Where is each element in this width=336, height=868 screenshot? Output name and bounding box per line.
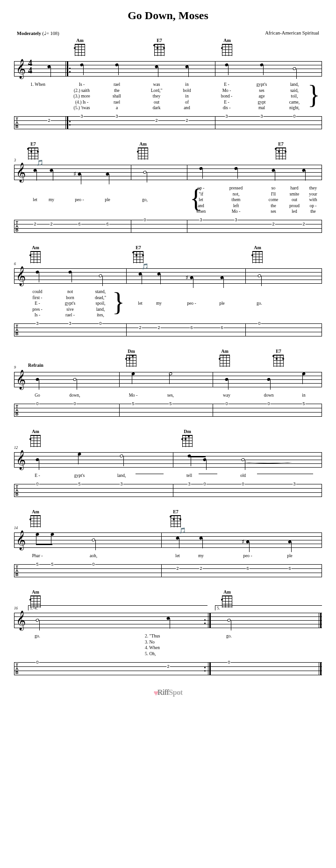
repeat-start-icon: [69, 66, 71, 74]
tablature: TAB 0 5 3 3 0 0 3: [14, 482, 322, 501]
system-5: Am Dm 12 𝄞: [14, 429, 322, 501]
brace-icon: }: [112, 289, 125, 315]
time-signature: 44: [28, 59, 32, 74]
chord-Am: Am: [30, 509, 41, 527]
repeat-end-icon: [204, 617, 206, 626]
staff: 14 𝄞 🎵 ♯: [14, 531, 322, 552]
treble-clef-icon: 𝄞: [16, 265, 26, 287]
chord-E7: E7: [276, 141, 286, 160]
lyrics: 1. When Is - rael was in E - gypt's land…: [14, 82, 322, 112]
sheet-music-page: Go Down, Moses Moderately (♩= 108) Afric…: [0, 0, 336, 702]
chord-Am: Am: [252, 245, 263, 263]
lyrics: E - gypt's land, tell old: [14, 473, 322, 479]
chord-Am: Am: [222, 38, 232, 56]
tab-clef-icon: TAB: [15, 324, 19, 336]
treble-clef-icon: 𝄞: [16, 58, 26, 79]
tablature: TAB 2 2 6 6 0 3 3 2 2: [14, 218, 322, 237]
tablature: TAB 3 3 0 2 2 6 6 0: [14, 322, 322, 340]
staff: 16 1.-4. 5. 𝄞: [14, 611, 322, 632]
staff: 𝄞 44: [14, 59, 322, 81]
tab-clef-icon: TAB: [15, 221, 19, 232]
chord-Dm: Dm: [182, 429, 193, 447]
brace-icon: }: [307, 82, 320, 108]
system-4: Refrain Dm Am E7 9 𝄞: [14, 349, 322, 420]
tab-clef-icon: TAB: [15, 405, 19, 416]
tempo-marking: Moderately (♩= 108): [17, 30, 59, 36]
lyrics: go. 2. "Thus go. 3. No 4. When 5. Oh,: [14, 633, 322, 658]
staff: 9 𝄞: [14, 370, 322, 392]
system-6: Am E7 14 𝄞 🎵 ♯: [14, 509, 322, 581]
lyrics: op - pressed so hard they "if not, I'll …: [14, 185, 322, 215]
watermark: ♥RiffSpot: [14, 687, 322, 697]
chord-Dm: Dm: [126, 349, 136, 367]
composer: African-American Spiritual: [265, 30, 319, 36]
song-title: Go Down, Moses: [14, 9, 322, 22]
chord-Am: Am: [75, 38, 85, 56]
heart-icon: ♥: [154, 688, 158, 698]
brace-icon: {: [190, 185, 202, 211]
volta-5: 5.: [215, 605, 322, 610]
lyrics: could not stand, first - born dead," E -…: [14, 289, 322, 319]
chord-Am: Am: [138, 141, 148, 160]
section-refrain: Refrain: [28, 363, 43, 368]
lyrics: Go down, Mo - ses, way down in: [14, 392, 322, 399]
tab-clef-icon: TAB: [15, 117, 19, 128]
tablature: TAB 2 3 3 2 2 3 3 0: [14, 114, 322, 133]
staff: 3 𝄞 🎵 ♯: [14, 163, 322, 184]
staff: 6 𝄞 🎵 ♯: [14, 266, 322, 288]
chord-E7: E7: [28, 141, 38, 160]
volta-1-4: 1.-4.: [28, 605, 207, 610]
header-row: Moderately (♩= 108) African-American Spi…: [14, 30, 322, 36]
chord-E7: E7: [133, 245, 143, 263]
tab-clef-icon: TAB: [15, 663, 19, 674]
system-7: Am Am 16 1.-4. 5. 𝄞: [14, 589, 322, 679]
chord-E7: E7: [273, 349, 284, 367]
tablature: TAB 0 0 5 5 0 0 5: [14, 402, 322, 420]
chord-Am: Am: [30, 245, 41, 263]
treble-clef-icon: 𝄞: [16, 369, 26, 390]
system-3: Am E7 Am 6 𝄞 🎵 ♯: [14, 245, 322, 340]
tab-clef-icon: TAB: [15, 485, 19, 496]
chord-Am: Am: [220, 349, 230, 367]
chord-E7: E7: [171, 509, 181, 527]
chord-E7: E7: [154, 38, 164, 56]
lyrics: Phar - aoh, let my peo - ple: [14, 553, 322, 560]
system-2: E7 Am E7 3 𝄞 🎵 ♯: [14, 141, 322, 237]
chord-Am: Am: [30, 429, 41, 447]
treble-clef-icon: 𝄞: [16, 161, 26, 183]
system-1: Am E7 Am 𝄞 44: [14, 38, 322, 133]
tab-clef-icon: TAB: [15, 565, 19, 576]
treble-clef-icon: 𝄞: [16, 609, 26, 631]
treble-clef-icon: 𝄞: [16, 529, 26, 551]
tablature: TAB 0 2 0: [14, 660, 322, 679]
treble-clef-icon: 𝄞: [16, 449, 26, 470]
staff: 12 𝄞: [14, 450, 322, 472]
tablature: TAB 5 5 0 2 2 6 6: [14, 562, 322, 581]
